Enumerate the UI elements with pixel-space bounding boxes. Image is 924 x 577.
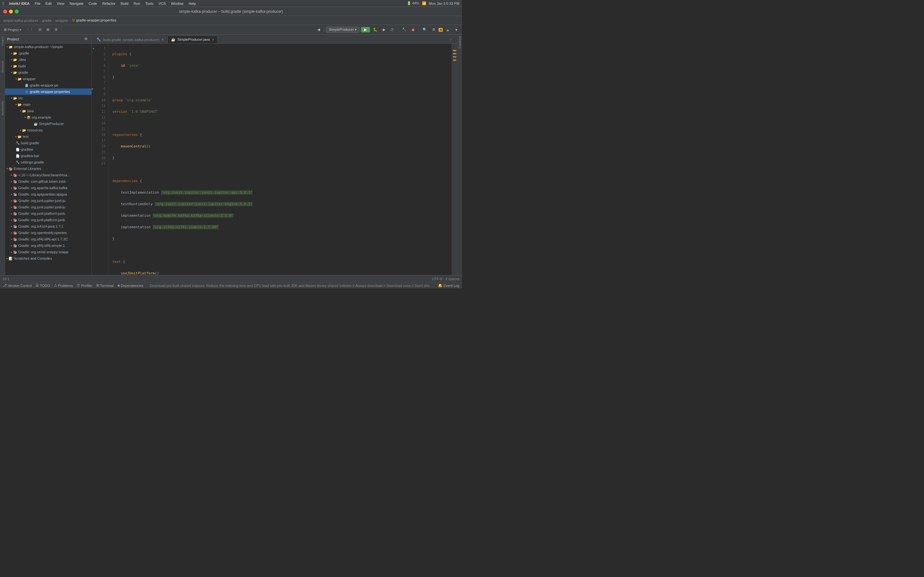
debug-button[interactable]: 🐛 [371,27,380,32]
tree-item-root[interactable]: ▾ 📁 simple-kafka-producer ~/simple [5,44,91,50]
menu-vcs[interactable]: VCS [156,1,168,6]
build-collapse-arrow[interactable]: ▸ [11,64,13,68]
junit-platform-2-collapse-arrow[interactable]: ▸ [11,218,13,221]
tree-item-gradle-wrapper-props[interactable]: ⚙ gradle-wrapper.properties [5,89,91,95]
profiler-btn[interactable]: ⏱ Profiler [77,284,92,287]
menu-code[interactable]: Code [86,1,99,6]
menu-intellij[interactable]: IntelliJ IDEA [7,1,32,6]
tree-item-gradle-dir[interactable]: ▾ 📂 gradle [5,69,91,76]
close-button[interactable] [3,10,7,13]
menu-tools[interactable]: Tools [143,1,156,6]
tree-item-build-gradle[interactable]: 🔧 build.gradle [5,140,91,146]
tree-item-resources[interactable]: ▸ 📂 resources [5,127,91,133]
menu-run[interactable]: Run [131,1,142,6]
sidebar-settings-btn[interactable]: ⚙ [82,36,89,42]
terminal-btn[interactable]: ⊞ Terminal [96,284,113,287]
search-everywhere-btn[interactable]: 🔍 [421,27,429,32]
maximize-button[interactable] [15,10,19,13]
opentest4j-collapse-arrow[interactable]: ▸ [11,231,13,234]
version-control-btn[interactable]: ⎇ Version Control [3,284,32,287]
settings-btn[interactable]: ⚙ [53,27,60,32]
tree-item-lz4[interactable]: ▸ 📚 Gradle: org.lz4:lz4-java:1.7.1 [5,223,91,229]
recent-files-btn[interactable]: ⋮ [447,38,454,43]
tree-item-build[interactable]: ▸ 📂 build [5,63,91,69]
menu-help[interactable]: Help [186,1,198,6]
wrapper-collapse-arrow[interactable]: ▾ [15,77,17,81]
tab-simple-producer[interactable]: ☕ SimpleProducer.java ✕ [168,35,218,43]
test-collapse-arrow[interactable]: ▸ [15,135,17,138]
java-collapse-arrow[interactable]: ▾ [20,109,21,113]
src-collapse-arrow[interactable]: ▾ [11,97,13,100]
kafka-collapse-arrow[interactable]: ▸ [11,186,13,189]
tree-item-src[interactable]: ▾ 📂 src [5,95,91,101]
tree-item-idea[interactable]: ▸ 📂 .idea [5,56,91,63]
tree-item-snappy[interactable]: ▸ 📚 Gradle: org.xerial.snappy:snapp [5,249,91,255]
structure-panel-label[interactable]: Structure [0,60,5,73]
settings-main-btn[interactable]: ⚙ [430,27,437,32]
dependencies-btn[interactable]: ◈ Dependencies [118,284,144,287]
tree-item-test[interactable]: ▸ 📂 test [5,133,91,140]
profile-button[interactable]: ⏱ [389,27,396,32]
tree-item-kafka[interactable]: ▸ 📚 Gradle: org.apache.kafka:kafka [5,185,91,191]
jdk-collapse-arrow[interactable]: ▸ [11,173,13,177]
junit-jupiter-1-collapse-arrow[interactable]: ▸ [11,199,13,202]
ext-libs-collapse-arrow[interactable]: ▾ [6,167,8,170]
junit-jupiter-2-collapse-arrow[interactable]: ▸ [11,205,13,209]
menu-window[interactable]: Window [169,1,186,6]
minimize-button[interactable] [9,10,13,13]
zstd-collapse-arrow[interactable]: ▸ [11,180,13,183]
warning-badge[interactable]: 4 [439,28,443,32]
event-log-btn[interactable]: 🔔 Event Log [438,284,459,287]
tree-item-ext-libs[interactable]: ▾ 📚 External Libraries [5,165,91,172]
tree-item-java[interactable]: ▾ 📂 java [5,108,91,114]
expand-editor-btn[interactable]: ▲ [444,27,451,32]
tree-item-slf4j-simple[interactable]: ▸ 📚 Gradle: org.slf4j:slf4j-simple:1. [5,242,91,249]
apiguardian-collapse-arrow[interactable]: ▸ [11,193,13,196]
database-panel-label[interactable]: Database [458,36,461,48]
tree-item-simple-producer[interactable]: ☕ SimpleProducer [5,121,91,127]
breadcrumb-gradle[interactable]: gradle [42,19,52,23]
tree-item-wrapper[interactable]: ▾ 📂 wrapper [5,76,91,82]
breadcrumb-project[interactable]: simple-kafka-producer [3,19,38,23]
tree-item-junit-jupiter-1[interactable]: ▸ 📚 Gradle: org.junit.jupiter:junit-ju [5,197,91,204]
build-gradle-tab-close[interactable]: ✕ [162,38,164,41]
run-button[interactable]: ▶ [361,27,370,32]
tree-item-slf4j-api[interactable]: ▸ 📚 Gradle: org.slf4j:slf4j-api:1.7.3C [5,236,91,242]
idea-collapse-arrow[interactable]: ▸ [11,58,13,61]
structure-btn[interactable]: ⋮⋮ [24,27,35,32]
tree-item-zstd[interactable]: ▸ 📚 Gradle: com.github.luben:zstd- [5,178,91,185]
gradle-dir-collapse-arrow[interactable]: ▾ [11,71,13,74]
tree-item-scratches[interactable]: ▸ 📝 Scratches and Consoles [5,255,91,261]
tree-item-main[interactable]: ▾ 📂 main [5,101,91,108]
tree-item-junit-platform-2[interactable]: ▸ 📚 Gradle: org.junit.platform:junit- [5,217,91,223]
code-editor[interactable]: plugins { id 'java' } group 'org.example… [108,44,452,275]
lz4-collapse-arrow[interactable]: ▸ [11,225,13,228]
collapse-editor-btn[interactable]: ▼ [453,27,460,32]
simple-producer-tab-close[interactable]: ✕ [212,38,214,41]
coverage-button[interactable]: ▶ [381,27,387,32]
tab-build-gradle[interactable]: 🔧 build.gradle (simple-kafka-producer) ✕ [93,35,168,43]
stop-btn[interactable]: ◼ [410,27,417,32]
tree-item-junit-platform-1[interactable]: ▸ 📚 Gradle: org.junit.platform:junit- [5,210,91,217]
tree-item-gradle-wrapper-jar[interactable]: 🫙 gradle-wrapper.jar [5,82,91,89]
tree-item-gradle[interactable]: ▸ 📂 .gradle [5,50,91,56]
tree-item-settings-gradle[interactable]: 🔧 settings.gradle [5,159,91,165]
menu-navigate[interactable]: Navigate [67,1,86,6]
project-panel-btn[interactable]: ⊞ Project ▾ [2,27,23,32]
root-collapse-arrow[interactable]: ▾ [6,45,8,48]
build-btn[interactable]: 🔨 [400,27,409,32]
run-arrow-12[interactable]: ▶ [93,45,94,51]
back-btn[interactable]: ◀ [315,27,322,32]
problems-btn[interactable]: ⚠ Problems [54,284,73,287]
expand-btn[interactable]: ⊞ [45,27,51,32]
tree-item-opentest4j[interactable]: ▸ 📚 Gradle: org.opentest4j:opentes [5,229,91,236]
scratches-collapse-arrow[interactable]: ▸ [6,257,8,260]
resources-collapse-arrow[interactable]: ▸ [20,129,21,132]
org-example-collapse-arrow[interactable]: ▾ [24,116,26,119]
todo-btn[interactable]: ☰ TODO [36,284,50,287]
gradle-collapse-arrow[interactable]: ▸ [11,52,13,55]
run-arrow-19[interactable]: ▶ [92,87,94,90]
tree-item-apiguardian[interactable]: ▸ 📚 Gradle: org.apiguardian:apigua [5,191,91,197]
menu-file[interactable]: File [32,1,43,6]
encoding-label[interactable]: UTF-8 [432,277,442,281]
